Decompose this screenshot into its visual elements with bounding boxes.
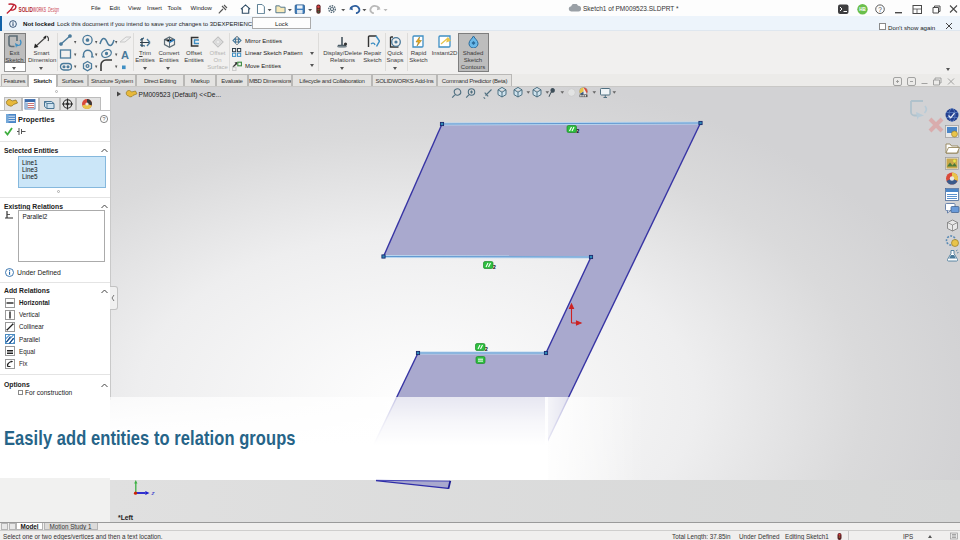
svg-text:A: A [121, 49, 129, 61]
svg-text:SOLID: SOLID [19, 5, 34, 12]
svg-text:Design: Design [48, 5, 59, 13]
svg-text:HB: HB [859, 7, 866, 12]
svg-text:?: ? [102, 116, 105, 122]
svg-text:WORKS: WORKS [33, 5, 46, 12]
svg-text:?: ? [878, 6, 882, 13]
